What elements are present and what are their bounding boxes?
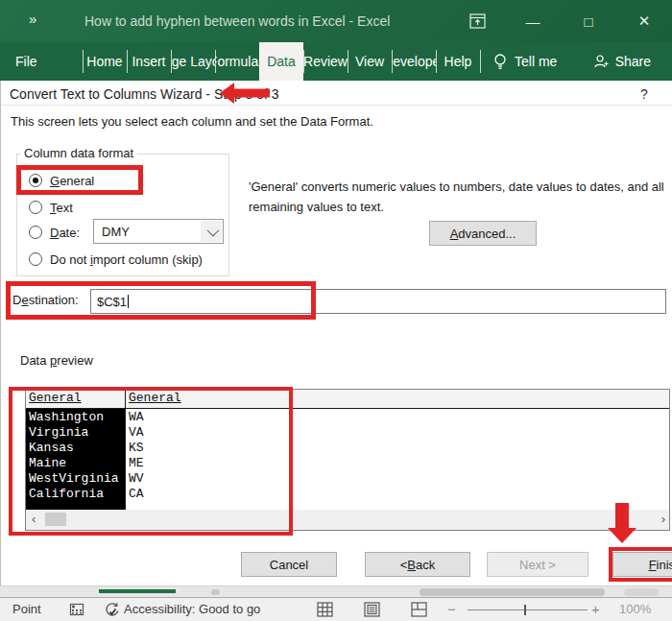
page-break-preview-icon[interactable] [410,601,427,618]
back-button[interactable]: < Back [365,552,470,577]
active-sheet-underline [99,589,176,593]
ribbon-tab-bar: File Home Insert Page Layout Formulas Da… [0,42,672,81]
tab-scroll-dot [211,589,220,595]
radio-date-label: Date: [50,226,80,240]
zoom-level[interactable]: 100% [619,602,651,616]
scrollbar-thumb[interactable] [45,513,66,526]
radio-text-label: Text [50,201,73,215]
preview-cell: WestVirginia [26,471,125,487]
tab-developer[interactable]: Developer [392,42,436,81]
normal-view-icon[interactable] [316,601,333,618]
column-data-format-group: Column data format General Text Date: DM… [16,154,229,276]
preview-cell: Virginia [26,425,125,441]
preview-column-divider [125,390,126,511]
preview-horizontal-scrollbar[interactable]: ‹ › [26,510,669,530]
text-to-columns-wizard-dialog: Convert Text to Columns Wizard - Step 3 … [0,81,672,585]
data-preview-panel: General General Washington Virginia Kans… [25,389,670,531]
sheet-tab-strip [0,585,672,597]
radio-unselected-icon [29,252,42,266]
tab-home[interactable]: Home [83,42,127,81]
ribbon-display-options-icon[interactable] [449,0,505,42]
tab-file[interactable]: File [0,42,83,81]
radio-text[interactable]: Text [29,198,73,217]
radio-general[interactable]: General [29,171,94,190]
dialog-title: Convert Text to Columns Wizard - Step 3 … [10,86,279,102]
zoom-out-icon[interactable]: − [447,601,456,617]
radio-skip-label: Do not import column (skip) [50,252,203,267]
preview-column2[interactable]: WA VA KS ME WV CA [129,410,144,502]
dropdown-button[interactable] [201,221,222,242]
preview-cell: ME [129,456,144,471]
scroll-right-arrow-icon[interactable]: › [661,512,665,526]
minimize-icon[interactable]: — [505,0,561,42]
general-format-note: 'General' converts numeric values to num… [249,177,672,217]
excel-window: » How to add hyphen between words in Exc… [0,0,672,621]
chevron-down-icon [206,224,219,236]
preview-cell: Washington [26,410,125,425]
cell-mode-indicator: Point [12,602,41,616]
lightbulb-icon [493,53,507,70]
preview-cell: WA [129,410,144,425]
tab-help[interactable]: Help [436,42,480,81]
zoom-slider-track[interactable] [468,609,588,610]
text-caret [128,295,129,308]
date-format-dropdown[interactable]: DMY [93,219,224,244]
radio-skip[interactable]: Do not import column (skip) [29,250,203,269]
worksheet-hscroll-piece[interactable] [624,588,659,596]
accessibility-status[interactable]: Accessibility: Good to go [124,602,260,616]
destination-input[interactable]: $C$1 [90,289,666,314]
radio-selected-icon [29,174,42,187]
dialog-help-button[interactable]: ? [635,84,654,104]
finish-button[interactable]: Finish [612,552,672,577]
dialog-intro-text: This screen lets you select each column … [11,114,373,129]
preview-column1-header[interactable]: General [29,391,82,405]
page-layout-view-icon[interactable] [363,601,380,618]
preview-cell: KS [129,441,144,456]
date-format-value: DMY [94,225,130,239]
scroll-left-arrow-icon[interactable]: ‹ [32,512,36,526]
maximize-icon[interactable]: □ [561,0,616,42]
tab-insert[interactable]: Insert [127,42,171,81]
tab-page-layout[interactable]: Page Layout [171,42,215,81]
radio-unselected-icon [29,201,42,214]
preview-cell: Kansas [26,441,125,456]
preview-cell: Maine [26,456,125,471]
tab-bar-spacer [570,42,592,81]
window-controls: — □ ✕ [449,0,672,42]
destination-value: $C$1 [97,295,127,309]
preview-cell: California [26,487,125,502]
preview-cell: WV [129,471,144,487]
status-bar: Point Accessibility: Good to go [0,597,672,621]
next-button: Next > [487,552,588,577]
macro-record-icon[interactable] [69,602,84,620]
preview-header-row: General General [26,390,669,409]
cancel-button[interactable]: Cancel [241,552,337,577]
zoom-slider-thumb[interactable] [524,605,526,615]
group-legend: Column data format [20,146,137,160]
window-title: How to add hyphen between words in Excel… [84,0,390,42]
accessibility-checker-icon [104,602,121,621]
tell-me-box[interactable]: Tell me [480,42,570,81]
tell-me-label: Tell me [515,54,557,69]
share-label: Share [615,54,651,69]
preview-cell: CA [129,487,144,502]
title-bar: » How to add hyphen between words in Exc… [0,0,672,42]
zoom-in-icon[interactable]: + [591,601,600,617]
destination-label: Destination: [12,293,79,307]
preview-column2-header[interactable]: General [129,391,181,405]
tab-view[interactable]: View [348,42,392,81]
tab-data[interactable]: Data [259,42,303,81]
share-button[interactable]: Share [593,42,672,81]
tab-review[interactable]: Review [303,42,348,81]
quick-access-chevron-icon[interactable]: » [29,11,35,27]
tab-formulas[interactable]: Formulas [215,42,259,81]
radio-unselected-icon [29,226,42,239]
preview-column1-selected[interactable]: Washington Virginia Kansas Maine WestVir… [26,409,125,510]
radio-date[interactable]: Date: [29,223,80,242]
worksheet-hscroll-thumb[interactable] [420,588,605,596]
share-person-icon [593,54,610,69]
advanced-button[interactable]: Advanced... [429,221,537,246]
radio-general-label: General [50,174,94,188]
dialog-title-separator [1,105,672,106]
close-icon[interactable]: ✕ [616,0,672,42]
